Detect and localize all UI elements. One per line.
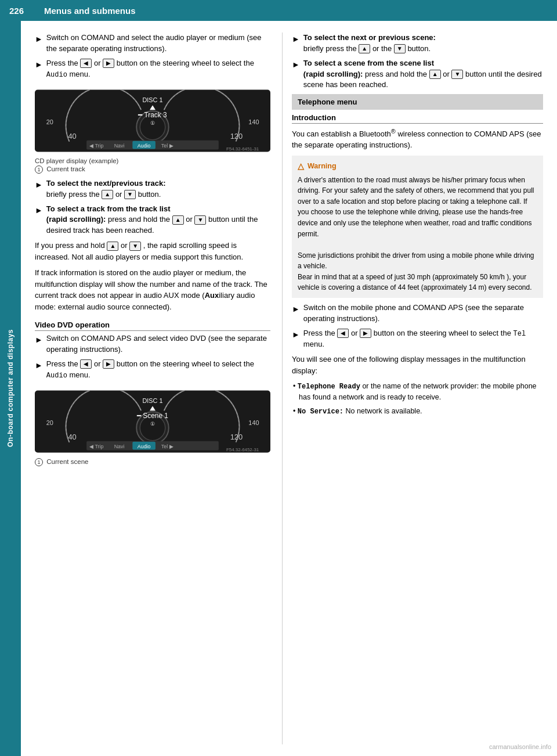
warning-text: A driver's attention to the road must al… (298, 175, 537, 294)
left-column: ► Switch on COMAND and select the audio … (21, 33, 282, 744)
svg-text:140: 140 (248, 118, 259, 125)
rapid-scroll-para: If you press and hold ▲ or ▼ , the rapid… (35, 240, 270, 262)
down-button-icon5: ▼ (451, 70, 463, 79)
next-button-icon: ▶ (103, 59, 114, 68)
bullet-arrow-icon: ► (35, 204, 43, 237)
intro-header: Introduction (292, 113, 543, 124)
page-title: Menus and submenus (44, 6, 136, 16)
bullet-arrow-icon: ► (35, 334, 43, 355)
telephone-menu-header: Telephone menu (292, 94, 543, 110)
bullet-arrow-icon: ► (35, 359, 43, 381)
svg-text:DISC 1: DISC 1 (142, 96, 162, 103)
list-item: ► Switch on COMAND APS and select video … (35, 333, 270, 355)
header-bar: 226 Menus and submenus (0, 0, 557, 21)
list-item: ► To select a scene from the scene list … (292, 58, 543, 91)
intro-para: You can establish a Bluetooth® wireless … (292, 126, 543, 150)
bullet-text: Switch on COMAND and select the audio pl… (46, 33, 270, 55)
list-item: • No Service: No network is available. (292, 406, 543, 417)
list-item: ► Press the ◀ or ▶ button on the steerin… (35, 58, 270, 80)
svg-text:20: 20 (46, 419, 53, 426)
watermark: carmanualsonline.info (489, 743, 551, 750)
bullet-arrow-icon: ► (35, 59, 43, 80)
cd-display-track-num: 1 Current track (35, 165, 270, 174)
svg-text:━ Scene 1: ━ Scene 1 (136, 412, 168, 420)
svg-text:◀ Trip: ◀ Trip (89, 142, 103, 148)
svg-text:━ Track 3: ━ Track 3 (138, 111, 167, 119)
svg-text:①: ① (150, 421, 155, 427)
next-button-icon3: ▶ (360, 329, 371, 338)
bullet-arrow-icon: ► (292, 303, 300, 325)
bullet-arrow-icon: ► (292, 59, 300, 91)
svg-text:①: ① (150, 120, 155, 126)
svg-text:20: 20 (46, 118, 53, 125)
svg-text:Navi: Navi (114, 142, 125, 148)
svg-text:Audio: Audio (138, 444, 151, 449)
warning-box: △ Warning A driver's attention to the ro… (292, 156, 543, 298)
following-display-para: You will see one of the following displa… (292, 354, 543, 376)
svg-text:Tel ▶: Tel ▶ (161, 444, 173, 449)
bullet-arrow-icon: ► (35, 33, 43, 55)
svg-text:◀ Trip: ◀ Trip (89, 444, 103, 449)
cd-player-display: 40 120 20 140 ① DISC 1 ━ Track 3 ◀ Trip … (35, 89, 270, 152)
svg-text:140: 140 (248, 419, 259, 426)
audio-menu-label2: Audio (46, 372, 67, 380)
bullet-text: To select the next/previous track: brief… (46, 178, 270, 200)
down-button-icon: ▼ (124, 190, 136, 199)
list-item: ► Press the ◀ or ▶ button on the steerin… (35, 359, 270, 381)
list-item: ► Switch on the mobile phone and COMAND … (292, 303, 543, 325)
prev-button-icon: ◀ (80, 59, 92, 68)
bullet-text: Switch on the mobile phone and COMAND AP… (303, 303, 543, 325)
svg-text:Audio: Audio (138, 142, 151, 148)
up-button-icon3: ▲ (107, 242, 118, 251)
page-number: 226 (9, 6, 32, 16)
svg-text:F54.32-6451-31: F54.32-6451-31 (226, 146, 259, 152)
up-button-icon4: ▲ (359, 44, 370, 53)
warning-title: △ Warning (298, 160, 537, 172)
bullet-text: Press the ◀ or ▶ button on the steering … (303, 328, 543, 350)
warning-triangle-icon: △ (298, 160, 304, 172)
cd-display-caption: CD player display (example) (35, 157, 270, 164)
prev-button-icon2: ◀ (80, 359, 92, 369)
bullet-text: Press the ◀ or ▶ button on the steering … (46, 58, 270, 80)
down-button-icon2: ▼ (194, 215, 206, 225)
bullet-text: Switch on COMAND APS and select video DV… (46, 333, 270, 355)
bullet-arrow-icon: ► (292, 329, 300, 350)
tel-menu-label: Tel (513, 330, 526, 338)
dvd-player-display: 40 120 20 140 ① DISC 1 ━ Scene 1 ◀ Trip … (35, 390, 270, 453)
bullet-arrow-icon: ► (292, 33, 300, 55)
up-button-icon: ▲ (102, 190, 113, 199)
svg-text:120: 120 (230, 433, 243, 441)
up-button-icon2: ▲ (172, 215, 184, 225)
bullet-text: To select a scene from the scene list (r… (303, 58, 543, 91)
main-container: On-board computer and displays ► Switch … (0, 21, 557, 756)
next-button-icon2: ▶ (103, 359, 114, 369)
prev-button-icon3: ◀ (337, 329, 349, 338)
svg-text:DISC 1: DISC 1 (142, 397, 162, 404)
dvd-display-caption-num: 1 Current scene (35, 458, 270, 466)
right-column: ► To select the next or previous scene: … (283, 33, 557, 744)
svg-text:120: 120 (230, 132, 243, 141)
list-item: ► To select the next or previous scene: … (292, 33, 543, 55)
svg-text:Tel ▶: Tel ▶ (161, 142, 173, 148)
track-info-para: If track information is stored on the au… (35, 267, 270, 312)
circle-1b-icon: 1 (35, 458, 43, 466)
bullet-arrow-icon: ► (35, 179, 43, 200)
list-item: ► To select the next/previous track: bri… (35, 178, 270, 200)
down-button-icon3: ▼ (129, 242, 141, 251)
circle-1-icon: 1 (35, 165, 43, 174)
video-dvd-header: Video DVD operation (35, 321, 270, 331)
content-area: ► Switch on COMAND and select the audio … (21, 21, 557, 756)
svg-text:40: 40 (68, 433, 76, 441)
up-button-icon5: ▲ (429, 70, 441, 79)
list-item: ► Switch on COMAND and select the audio … (35, 33, 270, 55)
down-button-icon4: ▼ (394, 44, 406, 53)
list-item: ► To select a track from the track list … (35, 204, 270, 237)
svg-text:40: 40 (68, 132, 76, 141)
bullet-text: To select a track from the track list (r… (46, 204, 270, 237)
svg-text:F54.32-6452-31: F54.32-6452-31 (226, 448, 259, 453)
list-item: ► Press the ◀ or ▶ button on the steerin… (292, 328, 543, 350)
side-tab-label: On-board computer and displays (6, 329, 15, 447)
bullet-text: To select the next or previous scene: br… (303, 33, 543, 55)
list-item: • Telephone Ready or the name of the net… (292, 381, 543, 403)
side-tab: On-board computer and displays (0, 21, 21, 756)
